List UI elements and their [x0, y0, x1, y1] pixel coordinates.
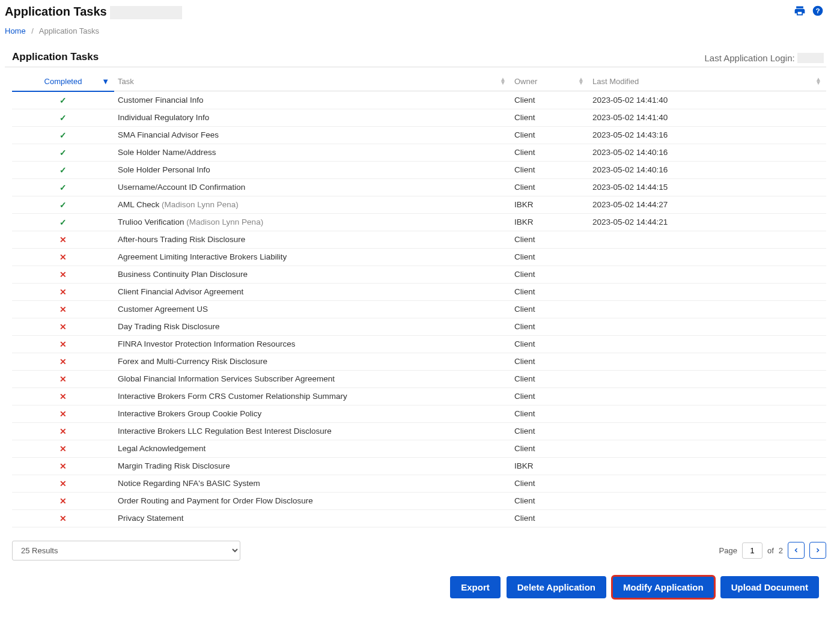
status-incomplete-icon: ✕ — [12, 266, 114, 283]
task-cell: Customer Financial Info — [114, 91, 511, 109]
task-cell: Interactive Brokers Group Cookie Policy — [114, 405, 511, 422]
page-total: 2 — [779, 546, 783, 555]
modified-cell: 2023-05-02 14:44:21 — [589, 213, 826, 231]
col-modified[interactable]: Last Modified ▲▼ — [589, 72, 826, 91]
col-owner[interactable]: Owner ▲▼ — [511, 72, 589, 91]
table-row: ✕FINRA Investor Protection Information R… — [12, 335, 826, 353]
task-cell: Legal Acknowledgement — [114, 440, 511, 457]
modified-cell: 2023-05-02 14:44:15 — [589, 178, 826, 196]
sort-icon: ▲▼ — [500, 77, 506, 85]
sort-down-icon: ▼ — [102, 77, 109, 86]
col-task[interactable]: Task ▲▼ — [114, 72, 511, 91]
owner-cell: Client — [511, 283, 589, 300]
print-icon[interactable] — [794, 5, 806, 19]
status-complete-icon: ✓ — [12, 161, 114, 178]
task-cell: Agreement Limiting Interactive Brokers L… — [114, 248, 511, 266]
export-button[interactable]: Export — [450, 576, 501, 598]
status-incomplete-icon: ✕ — [12, 370, 114, 387]
owner-cell: Client — [511, 475, 589, 492]
modified-cell — [589, 231, 826, 248]
owner-cell: Client — [511, 318, 589, 335]
modified-cell — [589, 335, 826, 353]
owner-cell: Client — [511, 109, 589, 126]
status-complete-icon: ✓ — [12, 109, 114, 126]
modified-cell — [589, 370, 826, 387]
owner-cell: Client — [511, 509, 589, 527]
owner-cell: Client — [511, 300, 589, 318]
modified-cell — [589, 422, 826, 440]
modified-cell — [589, 492, 826, 509]
table-row: ✕Margin Trading Risk DisclosureIBKR — [12, 457, 826, 475]
table-row: ✕Agreement Limiting Interactive Brokers … — [12, 248, 826, 266]
task-cell: AML Check (Madison Lynn Pena) — [114, 196, 511, 213]
table-row: ✓Trulioo Verification (Madison Lynn Pena… — [12, 213, 826, 231]
status-complete-icon: ✓ — [12, 126, 114, 144]
modified-cell — [589, 440, 826, 457]
task-cell: Forex and Multi-Currency Risk Disclosure — [114, 353, 511, 370]
task-cell: Customer Agreement US — [114, 300, 511, 318]
task-cell: Day Trading Risk Disclosure — [114, 318, 511, 335]
modified-cell: 2023-05-02 14:41:40 — [589, 109, 826, 126]
task-cell: Sole Holder Name/Address — [114, 144, 511, 161]
status-incomplete-icon: ✕ — [12, 509, 114, 527]
status-incomplete-icon: ✕ — [12, 283, 114, 300]
page-current-input[interactable] — [742, 542, 763, 559]
status-incomplete-icon: ✕ — [12, 405, 114, 422]
owner-cell: Client — [511, 387, 589, 405]
task-cell: Sole Holder Personal Info — [114, 161, 511, 178]
table-row: ✕Privacy StatementClient — [12, 509, 826, 527]
owner-cell: IBKR — [511, 457, 589, 475]
modified-cell — [589, 405, 826, 422]
status-incomplete-icon: ✕ — [12, 300, 114, 318]
modified-cell — [589, 266, 826, 283]
task-cell: Trulioo Verification (Madison Lynn Pena) — [114, 213, 511, 231]
results-per-page-select[interactable]: 25 Results — [12, 541, 240, 560]
owner-cell: Client — [511, 422, 589, 440]
col-completed[interactable]: Completed ▼ — [12, 72, 114, 91]
breadcrumb: Home / Application Tasks — [5, 22, 826, 43]
table-row: ✕Global Financial Information Services S… — [12, 370, 826, 387]
table-row: ✕Day Trading Risk DisclosureClient — [12, 318, 826, 335]
svg-text:?: ? — [815, 7, 820, 15]
task-cell: FINRA Investor Protection Information Re… — [114, 335, 511, 353]
owner-cell: Client — [511, 266, 589, 283]
status-complete-icon: ✓ — [12, 178, 114, 196]
modified-cell — [589, 283, 826, 300]
task-cell: Username/Account ID Confirmation — [114, 178, 511, 196]
next-page-button[interactable] — [809, 542, 826, 559]
help-icon[interactable]: ? — [812, 5, 824, 19]
table-row: ✓Individual Regulatory InfoClient2023-05… — [12, 109, 826, 126]
delete-application-button[interactable]: Delete Application — [507, 576, 606, 598]
status-incomplete-icon: ✕ — [12, 440, 114, 457]
table-row: ✓Sole Holder Name/AddressClient2023-05-0… — [12, 144, 826, 161]
modified-cell — [589, 318, 826, 335]
table-row: ✕Client Financial Advisor AgreementClien… — [12, 283, 826, 300]
breadcrumb-home[interactable]: Home — [5, 26, 26, 35]
table-row: ✕After-hours Trading Risk DisclosureClie… — [12, 231, 826, 248]
table-row: ✕Order Routing and Payment for Order Flo… — [12, 492, 826, 509]
upload-document-button[interactable]: Upload Document — [720, 576, 819, 598]
modified-cell: 2023-05-02 14:40:16 — [589, 144, 826, 161]
modify-application-button[interactable]: Modify Application — [612, 576, 714, 598]
owner-cell: Client — [511, 144, 589, 161]
sort-icon: ▲▼ — [578, 77, 584, 85]
task-cell: Order Routing and Payment for Order Flow… — [114, 492, 511, 509]
status-complete-icon: ✓ — [12, 91, 114, 109]
task-cell: Client Financial Advisor Agreement — [114, 283, 511, 300]
status-complete-icon: ✓ — [12, 213, 114, 231]
modified-cell: 2023-05-02 14:44:27 — [589, 196, 826, 213]
modified-cell — [589, 248, 826, 266]
task-cell: Global Financial Information Services Su… — [114, 370, 511, 387]
owner-cell: Client — [511, 91, 589, 109]
status-incomplete-icon: ✕ — [12, 475, 114, 492]
owner-cell: Client — [511, 492, 589, 509]
table-row: ✕Interactive Brokers Group Cookie Policy… — [12, 405, 826, 422]
status-incomplete-icon: ✕ — [12, 387, 114, 405]
status-complete-icon: ✓ — [12, 144, 114, 161]
owner-cell: Client — [511, 370, 589, 387]
modified-cell — [589, 353, 826, 370]
task-cell: Individual Regulatory Info — [114, 109, 511, 126]
status-incomplete-icon: ✕ — [12, 335, 114, 353]
table-row: ✕Forex and Multi-Currency Risk Disclosur… — [12, 353, 826, 370]
prev-page-button[interactable] — [788, 542, 805, 559]
